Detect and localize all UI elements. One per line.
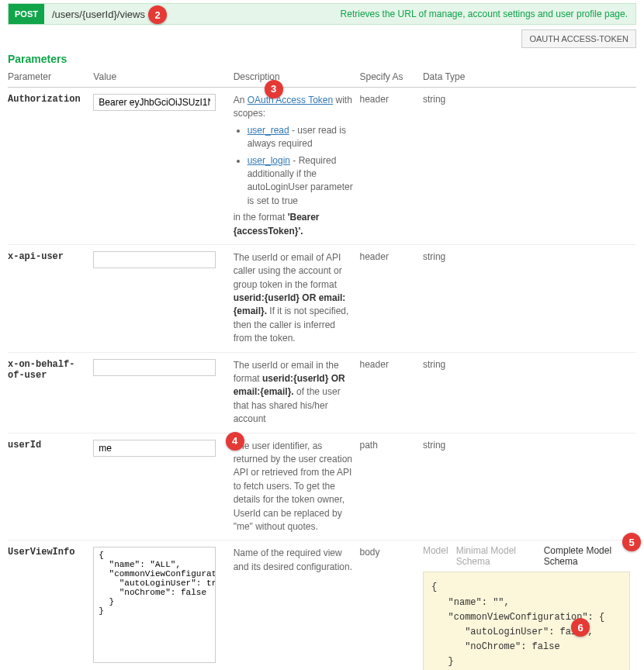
param-dtype: string <box>423 352 636 433</box>
param-name: x-on-behalf-of-user <box>8 352 93 433</box>
scope-user-login-link[interactable]: user_login <box>248 155 290 166</box>
param-row-userviewinfo: UserViewInfo Content-Type: application/j… <box>8 540 636 670</box>
parameters-heading: Parameters <box>8 53 636 65</box>
col-description: Description <box>234 68 360 88</box>
method-badge: POST <box>9 4 44 24</box>
schema-tab-complete[interactable]: Complete Model Schema <box>544 545 630 567</box>
param-dtype: string <box>423 244 636 352</box>
callout-5: 5 <box>622 533 641 551</box>
scope-user-read-link[interactable]: user_read <box>248 125 289 136</box>
param-description: The userId or email in the format userid… <box>234 352 360 433</box>
authorization-input[interactable] <box>93 94 216 111</box>
param-specify: header <box>360 88 423 245</box>
schema-tabs: Model Minimal Model Schema Complete Mode… <box>423 545 630 567</box>
x-on-behalf-input[interactable] <box>93 359 216 376</box>
param-specify: body <box>360 540 423 670</box>
param-specify: path <box>360 433 423 540</box>
callout-4: 4 <box>226 432 244 451</box>
param-row-x-on-behalf: x-on-behalf-of-user The userId or email … <box>8 352 636 433</box>
param-description: 3 An OAuth Access Token with scopes: use… <box>234 88 360 245</box>
userid-input[interactable] <box>93 440 216 457</box>
param-specify: header <box>360 244 423 352</box>
oauth-token-button[interactable]: OAUTH ACCESS-TOKEN <box>521 29 636 48</box>
param-description: Name of the required view and its desire… <box>234 540 360 670</box>
param-name: Authorization <box>8 88 93 245</box>
col-specify: Specify As <box>360 68 423 88</box>
userviewinfo-textarea[interactable] <box>93 547 216 663</box>
col-datatype: Data Type <box>423 68 636 88</box>
endpoint-summary: Retrieves the URL of manage, account set… <box>341 9 628 19</box>
oauth-token-link[interactable]: OAuth Access Token <box>248 95 334 105</box>
param-row-authorization: Authorization 3 An OAuth Access Token wi… <box>8 88 636 245</box>
param-dtype: string <box>423 88 636 245</box>
param-description: The user identifier, as returned by the … <box>234 433 360 540</box>
operation-header[interactable]: POST /users/{userId}/views Retrieves the… <box>8 3 636 25</box>
col-value: Value <box>93 68 233 88</box>
x-api-user-input[interactable] <box>93 251 216 268</box>
param-row-x-api-user: x-api-user The userId or email of API ca… <box>8 244 636 352</box>
parameters-table: Parameter Value Description Specify As D… <box>8 68 636 670</box>
param-name: UserViewInfo <box>8 540 93 670</box>
endpoint-path: /users/{userId}/views <box>44 9 145 20</box>
param-specify: header <box>360 352 423 433</box>
schema-code-box[interactable]: { "name": "", "commonViewConfiguration":… <box>423 572 630 670</box>
col-parameter: Parameter <box>8 68 93 88</box>
param-dtype: string <box>423 433 636 540</box>
schema-tab-minimal[interactable]: Minimal Model Schema <box>456 545 536 567</box>
param-description: The userId or email of API caller using … <box>234 244 360 352</box>
callout-2: 2 <box>148 5 167 24</box>
param-name: x-api-user <box>8 244 93 352</box>
schema-tab-model[interactable]: Model <box>423 545 448 567</box>
param-name: userId <box>8 433 93 540</box>
callout-3: 3 <box>265 80 283 98</box>
api-panel: POST /users/{userId}/views Retrieves the… <box>8 3 636 670</box>
param-row-userid: userId 4 The user identifier, as returne… <box>8 433 636 540</box>
